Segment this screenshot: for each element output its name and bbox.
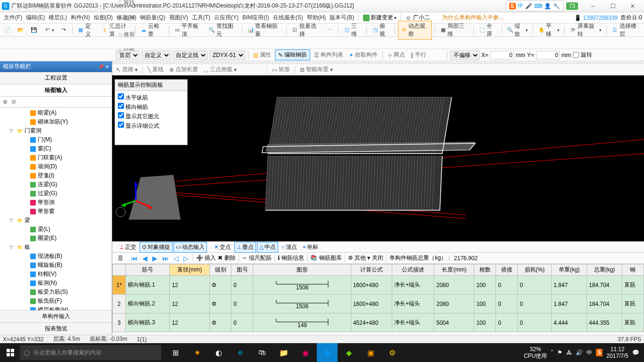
grid-cell[interactable]: 3	[113, 313, 126, 332]
mid-button[interactable]: △中点	[257, 242, 278, 253]
search-box[interactable]: ◯在这里输入你要搜索的内容	[20, 345, 161, 360]
dyninput-button[interactable]: ▭动态输入	[173, 242, 207, 253]
menu-item[interactable]: 楼层(L)	[47, 13, 69, 22]
select-button[interactable]: ↖ 选择 ▾	[114, 65, 140, 74]
tray-sogou[interactable]: S	[596, 349, 603, 356]
grid-cell[interactable]: 1600+480	[351, 295, 392, 313]
3d-button[interactable]: ◫三维	[341, 21, 363, 39]
scale-button[interactable]: ↔ 缩尺配筋	[242, 254, 272, 262]
redo-icon[interactable]: ↷	[58, 25, 69, 35]
rebar-grid[interactable]: 筋号直径(mm)级别图号图形计算公式公式描述长度(mm)根数搭接损耗(%)单重(…	[112, 264, 644, 335]
grid-cell[interactable]: Φ	[210, 295, 231, 313]
taskview-icon[interactable]: ⊞	[165, 343, 186, 362]
col-header[interactable]: 图形	[253, 264, 351, 276]
expand-icon[interactable]: ⊕	[2, 98, 8, 106]
tray-vol-icon[interactable]: 🔊	[576, 349, 583, 356]
col-header[interactable]: 图号	[231, 264, 253, 276]
grid-cell[interactable]: 0	[231, 276, 253, 295]
type-select[interactable]: 自定义线	[173, 50, 207, 60]
col-header[interactable]: 损耗(%)	[518, 264, 552, 276]
display-option[interactable]: 水平纵筋	[118, 93, 184, 102]
complist-button[interactable]: ☰构件列表	[312, 50, 345, 60]
col-header[interactable]: 长度(mm)	[434, 264, 474, 276]
grid-cell[interactable]: 横向钢筋.1	[126, 276, 170, 295]
more-icon[interactable]: ⋯	[324, 25, 335, 35]
col-header[interactable]: 根数	[474, 264, 496, 276]
close-button[interactable]: ✕	[623, 1, 642, 11]
grid-cell[interactable]: 1506	[253, 276, 351, 295]
parallel-button[interactable]: ∥平行	[409, 50, 428, 60]
ptlen-button[interactable]: ⊕ 点加长度	[167, 65, 200, 74]
info-button[interactable]: ℹ 钢筋信息	[278, 254, 304, 262]
tree-item[interactable]: 墙洞(D)	[1, 162, 111, 171]
component-tree[interactable]: 暗梁(A)砌体加筋(Y)▽📁门窗洞门(M)窗(C)门联窗(A)墙洞(D)壁龛(I…	[0, 107, 112, 310]
edge-icon[interactable]: e	[230, 343, 251, 362]
app4-icon[interactable]: ✚	[317, 343, 338, 362]
tree-item[interactable]: ▽📁板	[1, 243, 111, 252]
tree-item[interactable]: 门(M)	[1, 135, 111, 144]
col-header[interactable]: 级别	[210, 264, 231, 276]
start-button[interactable]	[1, 343, 20, 362]
tree-item[interactable]: 过梁(G)	[1, 189, 111, 198]
grid-cell[interactable]: 184.704	[587, 295, 622, 313]
col-header[interactable]: 筋号	[126, 264, 170, 276]
display-option[interactable]: 显示详细公式	[118, 121, 184, 131]
footpt-button[interactable]: ⌖坐标	[300, 242, 321, 253]
y-input[interactable]	[536, 51, 560, 59]
menu-item[interactable]: 构件(N)	[69, 13, 92, 22]
maximize-button[interactable]: ☐	[603, 1, 622, 11]
grid-cell[interactable]: 444.355	[587, 313, 622, 332]
menu-item[interactable]: 文件(F)	[2, 13, 24, 22]
selfloor-button[interactable]: ☰选择楼层	[610, 21, 642, 39]
close-panel-button[interactable]: 关闭	[372, 254, 383, 262]
grid-cell[interactable]: 净长+端头	[392, 295, 434, 313]
cpu-meter[interactable]: 32%CPU使用	[524, 346, 547, 360]
menu-item[interactable]: 帮助(H)	[305, 13, 328, 22]
grid-cell[interactable]: 0	[518, 295, 552, 313]
credit-label[interactable]: 造价豆:0	[620, 14, 642, 22]
edit-op[interactable]: ◇ 旋转	[116, 0, 148, 7]
grid-cell[interactable]: 直筋	[622, 313, 644, 332]
minimize-button[interactable]: ─	[584, 1, 603, 11]
last-button[interactable]: ⏭	[161, 255, 170, 262]
tree-item[interactable]: 柱帽(V)	[1, 270, 111, 279]
display-option[interactable]: 横向钢筋	[118, 102, 184, 112]
grid-cell[interactable]: 12	[170, 295, 210, 313]
grid-cell[interactable]: 0	[496, 295, 518, 313]
notifications-icon[interactable]: 💬	[632, 349, 639, 356]
col-header[interactable]: 总重(kg)	[587, 264, 622, 276]
batchsel-button[interactable]: ☑批量选择	[289, 21, 322, 39]
rect-button[interactable]: ▭ 矩形	[270, 65, 292, 74]
grid-cell[interactable]: 4.444	[552, 313, 587, 332]
zoom-button[interactable]: 🔍缩放▾	[505, 21, 530, 39]
flattop-button[interactable]: ▭平齐板顶	[172, 21, 205, 39]
tree-item[interactable]: ▽📁门窗洞	[1, 126, 111, 135]
left-button[interactable]: ◁	[172, 255, 180, 262]
menu-item[interactable]: 绘图(D)	[92, 13, 115, 22]
ortho-button[interactable]: ⊥正交	[117, 242, 139, 253]
grid-cell[interactable]: 5004	[434, 313, 474, 332]
tree-item[interactable]: 楼层板带(H)	[1, 305, 111, 310]
tree-item[interactable]: 板受力筋(S)	[1, 288, 111, 296]
pin-icon[interactable]: 📌 ✕	[98, 64, 109, 69]
tree-item[interactable]: 带形洞	[1, 198, 111, 207]
eng-settings-tab[interactable]: 工程设置	[0, 72, 112, 84]
draw-input-tab[interactable]: 绘图输入	[0, 84, 112, 97]
apex-button[interactable]: ○顶点	[279, 242, 299, 253]
open-icon[interactable]: 📂	[15, 25, 26, 35]
grid-cell[interactable]: 149	[253, 313, 351, 332]
code-select[interactable]: ZDYX-51	[209, 50, 245, 60]
first-button[interactable]: ⏮	[130, 255, 139, 262]
grid-cell[interactable]: 横向钢筋.3	[126, 313, 170, 332]
save-icon[interactable]: 💾	[28, 25, 40, 35]
app1-icon[interactable]: ✷	[187, 343, 207, 362]
report-tab[interactable]: 报表预览	[0, 322, 112, 335]
right-button[interactable]: ▷	[182, 255, 190, 262]
screenrot-button[interactable]: ⟳屏幕旋转▾	[568, 21, 603, 39]
grid-cell[interactable]: 直筋	[622, 295, 644, 313]
app5-icon[interactable]: ◆	[339, 343, 359, 362]
col-header[interactable]: 搭接	[496, 264, 518, 276]
define-button[interactable]: ▦定义	[75, 21, 98, 39]
tree-item[interactable]: 圈梁(E)	[1, 234, 111, 243]
smart-button[interactable]: ⊞ 智能布置 ▾	[298, 65, 335, 74]
